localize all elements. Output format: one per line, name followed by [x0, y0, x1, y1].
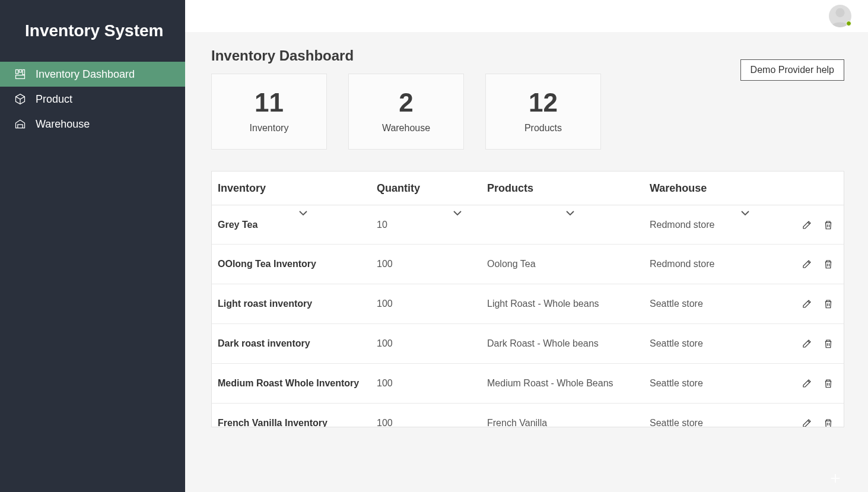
demo-provider-help-button[interactable]: Demo Provider help — [740, 59, 844, 81]
card-label: Inventory — [250, 123, 289, 134]
card-label: Products — [524, 123, 562, 134]
filter-chevron-inventory[interactable] — [298, 209, 309, 217]
cell-quantity: 100 — [377, 338, 487, 349]
dashboard-icon — [14, 68, 26, 80]
sidebar-item-label: Warehouse — [36, 118, 90, 131]
cell-products: Oolong Tea — [487, 259, 650, 269]
cell-quantity: 100 — [377, 259, 487, 269]
sidebar-item-product[interactable]: Product — [0, 87, 185, 112]
cell-products: Light Roast - Whole beans — [487, 299, 650, 309]
delete-button[interactable] — [822, 219, 834, 231]
delete-button[interactable] — [822, 258, 834, 270]
filter-chevron-products[interactable] — [565, 209, 576, 217]
filter-chevron-warehouse[interactable] — [740, 209, 751, 217]
sidebar-item-inventory-dashboard[interactable]: Inventory Dashboard — [0, 62, 185, 87]
header-warehouse[interactable]: Warehouse — [650, 182, 759, 195]
delete-button[interactable] — [822, 338, 834, 350]
svg-rect-2 — [23, 70, 24, 75]
cell-warehouse: Redmond store — [650, 259, 759, 269]
header-products[interactable]: Products — [487, 182, 650, 195]
table-row[interactable]: Dark roast inventory100Dark Roast - Whol… — [212, 324, 844, 364]
presence-dot-icon — [846, 21, 851, 26]
sidebar-item-label: Product — [36, 93, 72, 106]
header-inventory[interactable]: Inventory — [218, 182, 377, 195]
cell-quantity: 10 — [377, 220, 487, 230]
cell-inventory: French Vanilla Inventory — [218, 418, 377, 427]
table-row[interactable]: OOlong Tea Inventory100Oolong TeaRedmond… — [212, 245, 844, 284]
card-value: 2 — [399, 90, 413, 116]
sidebar-item-label: Inventory Dashboard — [36, 68, 135, 81]
table-body: Grey Tea10Redmond storeOOlong Tea Invent… — [212, 205, 844, 427]
edit-button[interactable] — [801, 258, 813, 270]
cell-inventory: OOlong Tea Inventory — [218, 259, 377, 269]
header-quantity[interactable]: Quantity — [377, 182, 487, 195]
delete-button[interactable] — [822, 417, 834, 427]
app-title: Inventory System — [0, 0, 185, 62]
edit-button[interactable] — [801, 338, 813, 350]
edit-button[interactable] — [801, 377, 813, 389]
edit-button[interactable] — [801, 219, 813, 231]
cell-quantity: 100 — [377, 299, 487, 309]
cell-inventory: Light roast inventory — [218, 299, 377, 309]
sidebar: Inventory System Inventory Dashboard Pro… — [0, 0, 185, 492]
card-products[interactable]: 12 Products — [485, 74, 601, 150]
table-row[interactable]: Medium Roast Whole Inventory100Medium Ro… — [212, 364, 844, 404]
cell-products: Dark Roast - Whole beans — [487, 338, 650, 349]
svg-point-4 — [835, 8, 844, 17]
cell-warehouse: Seattle store — [650, 378, 759, 389]
inventory-table: Inventory Quantity Products Warehouse Gr… — [211, 171, 844, 427]
cell-inventory: Medium Roast Whole Inventory — [218, 378, 377, 389]
svg-rect-1 — [19, 70, 21, 72]
filter-chevron-quantity[interactable] — [452, 209, 463, 217]
user-avatar[interactable] — [829, 5, 851, 27]
cell-inventory: Grey Tea — [218, 220, 377, 230]
cell-quantity: 100 — [377, 378, 487, 389]
cell-warehouse: Redmond store — [650, 220, 759, 230]
cell-quantity: 100 — [377, 418, 487, 427]
edit-button[interactable] — [801, 417, 813, 427]
card-label: Warehouse — [382, 123, 430, 134]
table-row[interactable]: Light roast inventory100Light Roast - Wh… — [212, 284, 844, 324]
delete-button[interactable] — [822, 377, 834, 389]
cell-warehouse: Seattle store — [650, 418, 759, 427]
table-header-row: Inventory Quantity Products Warehouse — [212, 172, 844, 205]
card-value: 12 — [529, 90, 558, 116]
cell-products: French Vanilla — [487, 418, 650, 427]
cell-warehouse: Seattle store — [650, 338, 759, 349]
table-row[interactable]: French Vanilla Inventory100French Vanill… — [212, 404, 844, 427]
table-row[interactable]: Grey Tea10Redmond store — [212, 205, 844, 245]
card-value: 11 — [255, 90, 284, 116]
box-icon — [14, 93, 26, 105]
topbar — [185, 0, 868, 32]
cell-products: Medium Roast - Whole Beans — [487, 378, 650, 389]
warehouse-icon — [14, 118, 26, 130]
add-button[interactable] — [826, 469, 844, 487]
main: Inventory Dashboard Demo Provider help 1… — [185, 0, 868, 492]
content: Inventory Dashboard Demo Provider help 1… — [185, 32, 868, 492]
summary-cards: 11 Inventory 2 Warehouse 12 Products — [211, 74, 844, 150]
card-inventory[interactable]: 11 Inventory — [211, 74, 327, 150]
svg-rect-0 — [16, 70, 18, 74]
svg-rect-3 — [16, 75, 25, 79]
delete-button[interactable] — [822, 298, 834, 310]
cell-warehouse: Seattle store — [650, 299, 759, 309]
cell-inventory: Dark roast inventory — [218, 338, 377, 349]
card-warehouse[interactable]: 2 Warehouse — [348, 74, 464, 150]
sidebar-item-warehouse[interactable]: Warehouse — [0, 112, 185, 137]
edit-button[interactable] — [801, 298, 813, 310]
